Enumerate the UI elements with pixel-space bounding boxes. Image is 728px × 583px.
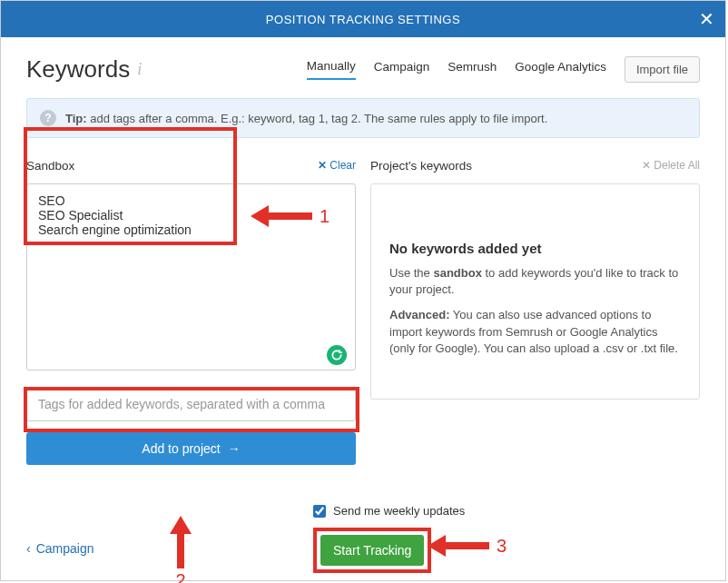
tab-semrush[interactable]: Semrush [448,60,497,79]
x-icon: ✕ [318,159,327,172]
tip-text: Tip: add tags after a comma. E.g.: keywo… [65,112,547,125]
title-text: POSITION TRACKING SETTINGS [266,13,460,26]
page-title-text: Keywords [26,55,130,84]
source-tabs: Manually Campaign Semrush Google Analyti… [307,56,700,83]
tab-google-analytics[interactable]: Google Analytics [515,60,606,79]
tip-bar: ? Tip: add tags after a comma. E.g.: key… [26,98,700,138]
annotation-arrow-1: 1 [251,205,330,227]
arrow-right-icon: → [228,441,241,456]
chevron-left-icon: ‹ [26,541,31,556]
sandbox-title: Sandbox [26,159,74,173]
back-campaign-link[interactable]: ‹ Campaign [26,541,94,556]
empty-p2: Advanced: You can also use advanced opti… [389,307,681,357]
grammarly-icon[interactable] [327,345,347,365]
annotation-arrow-3: 3 [428,535,507,557]
x-icon: ✕ [642,159,651,172]
weekly-checkbox-input[interactable] [313,505,326,518]
weekly-updates-checkbox[interactable]: Send me weekly updates [313,504,465,518]
page-title: Keywords i [26,55,142,84]
close-icon[interactable]: ✕ [699,10,714,28]
start-tracking-button[interactable]: Start Tracking [320,535,424,566]
project-keywords-title: Project's keywords [370,159,472,173]
info-icon[interactable]: i [137,60,142,79]
project-keywords-empty: No keywords added yet Use the sandbox to… [370,183,700,400]
weekly-label: Send me weekly updates [333,504,465,518]
tags-input[interactable] [26,387,356,421]
help-icon: ? [40,110,56,126]
clear-link[interactable]: ✕Clear [318,159,356,172]
add-label: Add to project [142,441,220,456]
annotation-box-3: Start Tracking [313,528,431,573]
tab-campaign[interactable]: Campaign [374,60,430,79]
annotation-arrow-2: 2 [172,514,190,583]
title-bar: POSITION TRACKING SETTINGS ✕ [1,1,725,37]
empty-heading: No keywords added yet [389,241,681,256]
import-file-button[interactable]: Import file [625,56,700,83]
empty-p1: Use the sandbox to add keywords you'd li… [389,265,681,298]
add-to-project-button[interactable]: Add to project → [26,432,356,465]
delete-all-link[interactable]: ✕Delete All [642,159,700,172]
tab-manually[interactable]: Manually [307,59,356,80]
